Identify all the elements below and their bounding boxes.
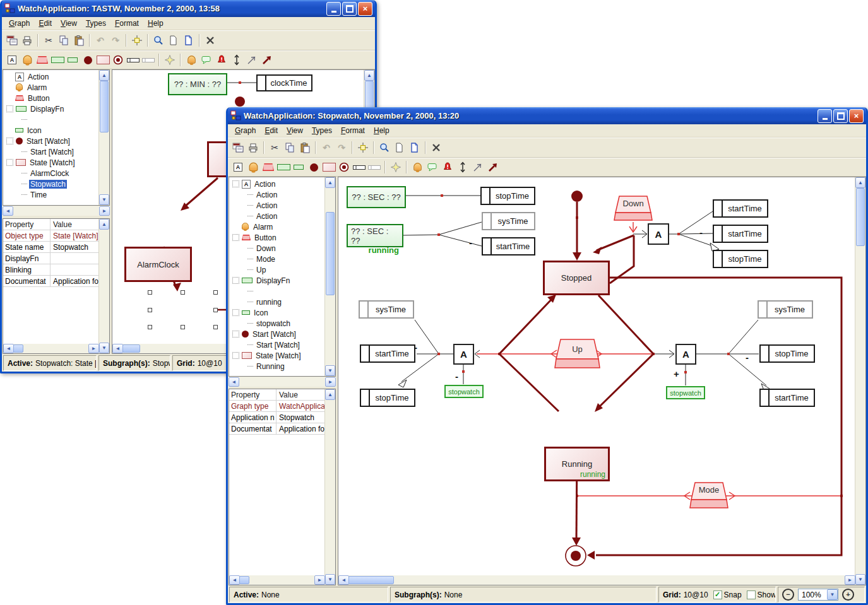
zoom-button[interactable] — [377, 141, 392, 155]
canvas-hscrollbar[interactable]: ◄► — [338, 575, 855, 585]
tool-icon[interactable] — [291, 160, 306, 175]
scroll-thumb[interactable] — [239, 576, 249, 584]
tree-item-stopwatch-icon[interactable]: stopwatch — [244, 318, 325, 329]
print-button[interactable] — [20, 33, 35, 48]
tool-start[interactable] — [80, 53, 95, 68]
props-vscrollbar[interactable]: ▲▼ — [324, 389, 335, 585]
display-node-min[interactable]: ?? : MIN : ?? — [168, 73, 227, 95]
store-node-stoptime[interactable]: stopTime — [480, 187, 535, 205]
tree-item-state[interactable]: State [Watch] — [229, 350, 325, 361]
state-node-alarmclock[interactable]: AlarmClock — [124, 247, 192, 282]
tool-displayfn[interactable] — [276, 160, 291, 175]
scroll-left-icon[interactable]: ◄ — [229, 377, 239, 387]
minimize-button[interactable] — [817, 109, 832, 123]
props-vscrollbar[interactable]: ▲▼ — [98, 219, 109, 353]
icon-tag-stopwatch[interactable]: stopwatch — [444, 385, 484, 398]
tree-item-unnamed[interactable] — [18, 114, 99, 125]
menu-format[interactable]: Format — [336, 125, 369, 136]
tool-connector[interactable] — [244, 53, 259, 68]
tree-item-action-child[interactable]: Action — [244, 189, 325, 200]
tree-item-state[interactable]: State [Watch] — [3, 157, 99, 168]
tree-item-alarm[interactable]: Alarm — [3, 82, 99, 93]
scroll-left-icon[interactable]: ◄ — [3, 206, 13, 216]
cut-button[interactable]: ✂ — [267, 141, 282, 155]
restore-button[interactable] — [342, 2, 357, 16]
tool-alert[interactable] — [214, 53, 229, 68]
tool-transition[interactable] — [259, 53, 275, 68]
tree-item-start-child[interactable]: Start [Watch] — [18, 146, 99, 157]
tool-button[interactable] — [261, 160, 276, 175]
button-node-mode[interactable]: Mode — [689, 481, 729, 510]
minimize-button[interactable] — [326, 2, 341, 16]
action-node[interactable]: A — [453, 344, 474, 365]
checkbox-checked-icon[interactable]: ✓ — [713, 590, 722, 599]
button-node-up[interactable]: Up — [553, 338, 602, 370]
tool-button[interactable] — [35, 53, 50, 68]
tree-hscrollbar[interactable]: ◄► — [3, 206, 110, 216]
menu-view[interactable]: View — [56, 18, 81, 29]
tree-item-up[interactable]: Up — [244, 264, 325, 275]
props-hscrollbar[interactable]: ◄► — [229, 575, 325, 585]
tree-item-start[interactable]: Start [Watch] — [229, 329, 325, 339]
center-button[interactable] — [355, 141, 371, 155]
tree-item-down[interactable]: Down — [244, 243, 325, 254]
scroll-right-icon[interactable]: ► — [99, 206, 110, 216]
tool-state[interactable] — [321, 160, 336, 175]
expander-icon[interactable] — [232, 234, 239, 241]
paste-button[interactable] — [71, 33, 86, 48]
display-node-sec-bottom[interactable]: ?? : SEC : ??running — [347, 224, 403, 247]
scroll-right-icon[interactable]: ► — [325, 377, 336, 387]
open-button[interactable] — [230, 141, 246, 155]
menu-help[interactable]: Help — [369, 125, 394, 136]
copy-button[interactable] — [56, 33, 71, 48]
tool-alarm-label[interactable] — [184, 53, 199, 68]
scroll-up-icon[interactable]: ▲ — [99, 219, 109, 230]
display-node-sec-top[interactable]: ?? : SEC : ?? — [347, 186, 406, 208]
property-row[interactable]: Application nStopwatch — [229, 412, 325, 423]
property-row[interactable]: DocumentatApplication for ti — [3, 276, 99, 287]
show-checkbox[interactable]: Show — [747, 590, 776, 599]
tree-item-action[interactable]: Action — [3, 71, 99, 82]
tree-item-alarmclock[interactable]: AlarmClock — [18, 168, 99, 179]
store-node-systime[interactable]: sysTime — [482, 212, 535, 230]
tree-item-icon[interactable]: Icon — [229, 307, 325, 318]
tool-store-alt[interactable] — [141, 53, 156, 68]
store-node-starttime[interactable]: startTime — [482, 237, 535, 256]
menu-graph[interactable]: Graph — [230, 125, 260, 136]
tool-displayfn[interactable] — [50, 53, 65, 68]
tool-alert[interactable] — [440, 160, 455, 175]
expander-icon[interactable] — [6, 138, 13, 144]
menu-help[interactable]: Help — [143, 18, 168, 29]
redo-button[interactable]: ↷ — [108, 33, 123, 48]
selection-handle[interactable] — [148, 325, 152, 329]
expander-icon[interactable] — [232, 309, 239, 316]
tree-item-button[interactable]: Button — [3, 93, 99, 103]
tool-text[interactable] — [230, 160, 246, 175]
undo-button[interactable]: ↶ — [93, 33, 108, 48]
titlebar[interactable]: WatchApplication: TASTW, November 2, 200… — [2, 0, 375, 17]
tree-item-mode[interactable]: Mode — [244, 254, 325, 264]
selection-handle[interactable] — [181, 290, 185, 295]
tree-item-running-fn[interactable]: running — [244, 297, 325, 307]
menu-graph[interactable]: Graph — [4, 18, 34, 29]
scroll-up-icon[interactable]: ▲ — [325, 389, 335, 400]
scroll-up-icon[interactable]: ▲ — [855, 177, 865, 188]
scroll-thumb[interactable] — [856, 188, 865, 246]
tree-vscrollbar[interactable]: ▲▼ — [324, 177, 335, 376]
scroll-left-icon[interactable]: ◄ — [112, 344, 123, 353]
tool-alarm[interactable] — [20, 53, 35, 68]
menu-types[interactable]: Types — [307, 125, 336, 136]
store-node-stoptime[interactable]: stopTime — [713, 250, 768, 268]
selection-handle[interactable] — [213, 290, 218, 295]
zoom-level-select[interactable]: 100%▼ — [798, 589, 838, 601]
scroll-down-icon[interactable]: ▼ — [325, 574, 335, 585]
expander-icon[interactable] — [6, 159, 13, 166]
tree-item-icon[interactable]: Icon — [3, 125, 99, 136]
store-node-systime[interactable]: sysTime — [758, 300, 813, 319]
state-node-running[interactable]: Runningrunning — [544, 447, 610, 481]
tree-item-start[interactable]: Start [Watch] — [3, 136, 99, 146]
expander-icon[interactable] — [232, 180, 239, 187]
store-node-clocktime[interactable]: clockTime — [256, 74, 312, 91]
scroll-thumb[interactable] — [13, 344, 23, 353]
tree-item-button[interactable]: Button — [229, 232, 325, 243]
